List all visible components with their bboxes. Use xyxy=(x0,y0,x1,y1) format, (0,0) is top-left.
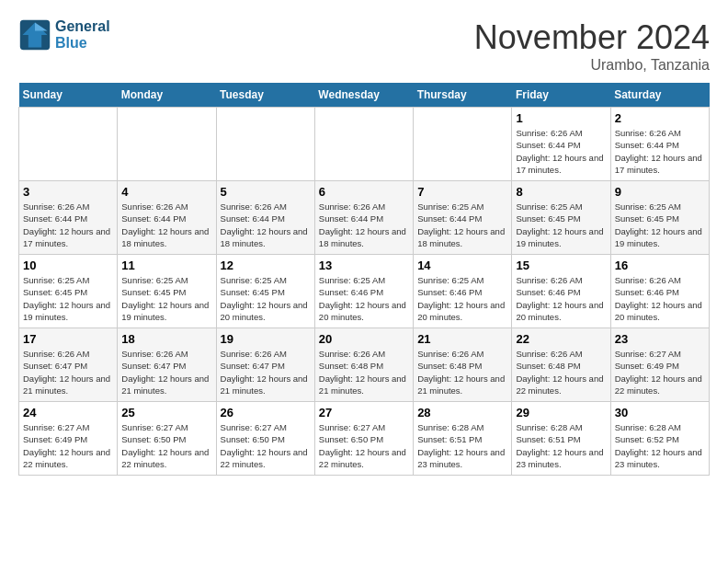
week-row-3: 10Sunrise: 6:25 AM Sunset: 6:45 PM Dayli… xyxy=(19,255,710,328)
calendar-cell: 21Sunrise: 6:26 AM Sunset: 6:48 PM Dayli… xyxy=(414,328,512,402)
calendar-cell: 19Sunrise: 6:26 AM Sunset: 6:47 PM Dayli… xyxy=(216,328,314,402)
day-info: Sunrise: 6:27 AM Sunset: 6:50 PM Dayligh… xyxy=(319,421,409,470)
day-number: 23 xyxy=(615,332,705,346)
day-number: 17 xyxy=(23,332,113,346)
header-sunday: Sunday xyxy=(19,83,118,108)
calendar-cell: 26Sunrise: 6:27 AM Sunset: 6:50 PM Dayli… xyxy=(216,402,314,476)
day-number: 11 xyxy=(121,259,211,272)
calendar-cell: 27Sunrise: 6:27 AM Sunset: 6:50 PM Dayli… xyxy=(314,402,413,476)
week-row-1: 1Sunrise: 6:26 AM Sunset: 6:44 PM Daylig… xyxy=(19,108,710,181)
day-number: 5 xyxy=(221,185,311,199)
logo: General Blue xyxy=(18,18,110,52)
calendar-cell: 30Sunrise: 6:28 AM Sunset: 6:52 PM Dayli… xyxy=(610,402,709,476)
calendar-cell xyxy=(414,108,512,181)
day-number: 16 xyxy=(615,259,705,272)
week-row-2: 3Sunrise: 6:26 AM Sunset: 6:44 PM Daylig… xyxy=(19,181,710,255)
day-info: Sunrise: 6:28 AM Sunset: 6:51 PM Dayligh… xyxy=(417,421,507,470)
day-number: 29 xyxy=(516,406,606,419)
calendar-cell: 3Sunrise: 6:26 AM Sunset: 6:44 PM Daylig… xyxy=(19,181,118,255)
day-info: Sunrise: 6:26 AM Sunset: 6:47 PM Dayligh… xyxy=(121,348,211,396)
calendar-header: SundayMondayTuesdayWednesdayThursdayFrid… xyxy=(19,83,710,108)
header-tuesday: Tuesday xyxy=(216,83,314,108)
day-info: Sunrise: 6:26 AM Sunset: 6:48 PM Dayligh… xyxy=(417,348,507,396)
week-row-5: 24Sunrise: 6:27 AM Sunset: 6:49 PM Dayli… xyxy=(19,402,710,476)
day-number: 22 xyxy=(516,332,606,346)
day-number: 19 xyxy=(221,332,311,346)
calendar-cell: 22Sunrise: 6:26 AM Sunset: 6:48 PM Dayli… xyxy=(512,328,610,402)
calendar-cell: 24Sunrise: 6:27 AM Sunset: 6:49 PM Dayli… xyxy=(19,402,118,476)
day-info: Sunrise: 6:26 AM Sunset: 6:47 PM Dayligh… xyxy=(221,348,311,396)
calendar-cell: 29Sunrise: 6:28 AM Sunset: 6:51 PM Dayli… xyxy=(512,402,610,476)
day-number: 12 xyxy=(221,259,311,272)
header-friday: Friday xyxy=(512,83,610,108)
day-number: 15 xyxy=(516,259,606,272)
day-info: Sunrise: 6:26 AM Sunset: 6:46 PM Dayligh… xyxy=(615,274,705,323)
header-thursday: Thursday xyxy=(414,83,512,108)
logo-icon xyxy=(18,18,51,52)
calendar-cell: 28Sunrise: 6:28 AM Sunset: 6:51 PM Dayli… xyxy=(414,402,512,476)
calendar-cell: 2Sunrise: 6:26 AM Sunset: 6:44 PM Daylig… xyxy=(610,108,709,181)
day-info: Sunrise: 6:26 AM Sunset: 6:48 PM Dayligh… xyxy=(516,348,606,396)
calendar-cell: 25Sunrise: 6:27 AM Sunset: 6:50 PM Dayli… xyxy=(118,402,216,476)
header-saturday: Saturday xyxy=(610,83,709,108)
day-info: Sunrise: 6:26 AM Sunset: 6:44 PM Dayligh… xyxy=(319,201,409,249)
calendar-cell: 1Sunrise: 6:26 AM Sunset: 6:44 PM Daylig… xyxy=(512,108,610,181)
header-wednesday: Wednesday xyxy=(314,83,413,108)
day-number: 4 xyxy=(121,185,211,199)
day-number: 20 xyxy=(319,332,409,346)
page-header: General Blue November 2024 Urambo, Tanza… xyxy=(18,18,710,74)
day-info: Sunrise: 6:26 AM Sunset: 6:47 PM Dayligh… xyxy=(23,348,113,396)
day-number: 8 xyxy=(516,185,606,199)
day-number: 9 xyxy=(615,185,705,199)
day-number: 24 xyxy=(23,406,113,419)
day-number: 28 xyxy=(417,406,507,419)
calendar-cell: 7Sunrise: 6:25 AM Sunset: 6:44 PM Daylig… xyxy=(414,181,512,255)
calendar-cell: 13Sunrise: 6:25 AM Sunset: 6:46 PM Dayli… xyxy=(314,255,413,328)
day-number: 13 xyxy=(319,259,409,272)
calendar-body: 1Sunrise: 6:26 AM Sunset: 6:44 PM Daylig… xyxy=(19,108,710,476)
calendar-cell xyxy=(314,108,413,181)
day-info: Sunrise: 6:28 AM Sunset: 6:52 PM Dayligh… xyxy=(615,421,705,470)
calendar-cell: 23Sunrise: 6:27 AM Sunset: 6:49 PM Dayli… xyxy=(610,328,709,402)
day-info: Sunrise: 6:27 AM Sunset: 6:49 PM Dayligh… xyxy=(23,421,113,470)
logo-text: General Blue xyxy=(55,18,110,52)
calendar-cell: 10Sunrise: 6:25 AM Sunset: 6:45 PM Dayli… xyxy=(19,255,118,328)
week-row-4: 17Sunrise: 6:26 AM Sunset: 6:47 PM Dayli… xyxy=(19,328,710,402)
day-info: Sunrise: 6:26 AM Sunset: 6:48 PM Dayligh… xyxy=(319,348,409,396)
calendar-cell: 14Sunrise: 6:25 AM Sunset: 6:46 PM Dayli… xyxy=(414,255,512,328)
calendar-cell: 8Sunrise: 6:25 AM Sunset: 6:45 PM Daylig… xyxy=(512,181,610,255)
day-info: Sunrise: 6:25 AM Sunset: 6:46 PM Dayligh… xyxy=(319,274,409,323)
day-info: Sunrise: 6:27 AM Sunset: 6:50 PM Dayligh… xyxy=(221,421,311,470)
day-number: 27 xyxy=(319,406,409,419)
calendar-cell: 4Sunrise: 6:26 AM Sunset: 6:44 PM Daylig… xyxy=(118,181,216,255)
header-row: SundayMondayTuesdayWednesdayThursdayFrid… xyxy=(19,83,710,108)
day-number: 10 xyxy=(23,259,113,272)
calendar-cell: 12Sunrise: 6:25 AM Sunset: 6:45 PM Dayli… xyxy=(216,255,314,328)
day-number: 6 xyxy=(319,185,409,199)
day-info: Sunrise: 6:27 AM Sunset: 6:49 PM Dayligh… xyxy=(615,348,705,396)
day-info: Sunrise: 6:25 AM Sunset: 6:45 PM Dayligh… xyxy=(516,201,606,249)
calendar-cell: 20Sunrise: 6:26 AM Sunset: 6:48 PM Dayli… xyxy=(314,328,413,402)
calendar-cell: 18Sunrise: 6:26 AM Sunset: 6:47 PM Dayli… xyxy=(118,328,216,402)
day-number: 1 xyxy=(516,111,606,125)
day-number: 3 xyxy=(23,185,113,199)
day-info: Sunrise: 6:26 AM Sunset: 6:44 PM Dayligh… xyxy=(615,127,705,176)
calendar-cell: 6Sunrise: 6:26 AM Sunset: 6:44 PM Daylig… xyxy=(314,181,413,255)
day-info: Sunrise: 6:28 AM Sunset: 6:51 PM Dayligh… xyxy=(516,421,606,470)
day-info: Sunrise: 6:25 AM Sunset: 6:44 PM Dayligh… xyxy=(417,201,507,249)
header-monday: Monday xyxy=(118,83,216,108)
day-info: Sunrise: 6:26 AM Sunset: 6:44 PM Dayligh… xyxy=(23,201,113,249)
location: Urambo, Tanzania xyxy=(474,57,710,74)
day-number: 18 xyxy=(121,332,211,346)
day-info: Sunrise: 6:26 AM Sunset: 6:46 PM Dayligh… xyxy=(516,274,606,323)
day-info: Sunrise: 6:25 AM Sunset: 6:45 PM Dayligh… xyxy=(121,274,211,323)
title-block: November 2024 Urambo, Tanzania xyxy=(474,18,710,74)
day-number: 7 xyxy=(417,185,507,199)
day-number: 2 xyxy=(615,111,705,125)
day-number: 26 xyxy=(221,406,311,419)
calendar-cell: 16Sunrise: 6:26 AM Sunset: 6:46 PM Dayli… xyxy=(610,255,709,328)
calendar-cell: 11Sunrise: 6:25 AM Sunset: 6:45 PM Dayli… xyxy=(118,255,216,328)
calendar-cell xyxy=(19,108,118,181)
day-number: 14 xyxy=(417,259,507,272)
calendar-cell: 5Sunrise: 6:26 AM Sunset: 6:44 PM Daylig… xyxy=(216,181,314,255)
